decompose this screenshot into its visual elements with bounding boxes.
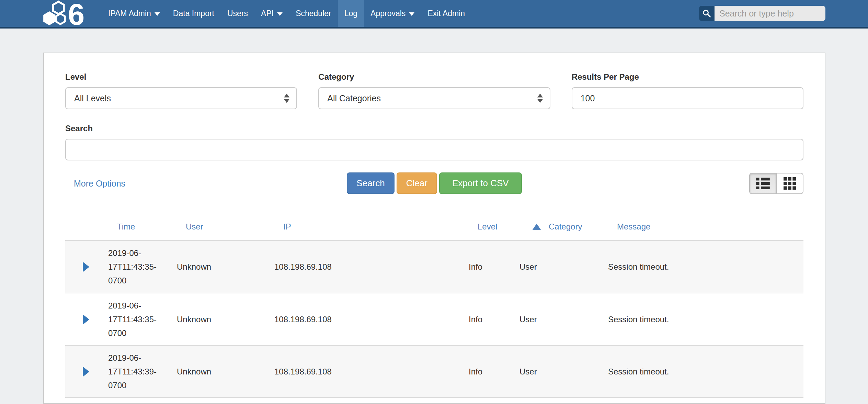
clear-button[interactable]: Clear [397,172,437,194]
cell-user: Unknown [175,365,272,379]
table-row: 2019-06-17T11:43:39-0700 Unknown 108.198… [65,345,803,398]
cell-ip: 108.198.69.108 [272,313,467,326]
cell-time: 2019-06-17T11:43:35-0700 [106,246,175,288]
caret-down-icon [277,12,283,16]
cell-category: User [517,313,606,326]
list-view-button[interactable] [749,173,776,194]
view-toggle [749,173,803,194]
expand-row-icon[interactable] [83,367,89,377]
cell-ip: 108.198.69.108 [272,365,467,379]
list-view-icon [756,177,770,189]
export-csv-button[interactable]: Export to CSV [439,172,522,194]
cell-user: Unknown [175,260,272,274]
cell-message: Session timeout. [606,260,803,274]
results-per-page-field: Results Per Page [572,72,803,109]
search-button[interactable]: Search [347,172,394,194]
sort-ascending-icon [532,224,541,230]
cell-message: Session timeout. [606,365,803,379]
main-navigation: IPAM Admin Data Import Users API Schedul… [102,0,471,27]
nav-item-data-import[interactable]: Data Import [167,0,221,27]
filter-bar: Level All Levels Category All Categories… [65,72,803,109]
cell-level: Info [467,365,517,379]
search-icon-box[interactable] [699,6,715,21]
cell-level: Info [467,260,517,274]
select-updown-icon [537,94,543,103]
nav-item-approvals[interactable]: Approvals [364,0,421,27]
global-search-input[interactable] [715,6,825,21]
cell-level: Info [467,313,517,326]
search-icon [702,9,711,18]
log-panel: Level All Levels Category All Categories… [43,53,825,404]
table-header-row: Time User IP Level Category Message [65,213,803,240]
top-navbar: 6 IPAM Admin Data Import Users API Sched… [0,0,868,29]
column-header-user[interactable]: User [175,222,272,232]
column-header-level[interactable]: Level [467,222,517,232]
app-logo[interactable]: 6 [41,0,93,27]
grid-view-icon [784,177,796,190]
svg-text:6: 6 [68,0,85,27]
category-label: Category [318,72,550,82]
table-row: 2019-06-17T11:43:35-0700 Unknown 108.198… [65,240,803,293]
caret-down-icon [409,12,414,16]
results-per-page-label: Results Per Page [572,72,803,82]
log-table: Time User IP Level Category Message 2019… [65,213,803,398]
category-select[interactable]: All Categories [318,87,550,109]
grid-view-button[interactable] [776,173,803,194]
cell-message: Session timeout. [606,313,803,326]
caret-down-icon [155,12,160,16]
expand-row-icon[interactable] [83,262,89,272]
nav-item-ipam-admin[interactable]: IPAM Admin [102,0,167,27]
cell-category: User [517,260,606,274]
level-select[interactable]: All Levels [65,87,297,109]
cell-ip: 108.198.69.108 [272,260,467,274]
nav-item-api[interactable]: API [254,0,289,27]
action-buttons: Search Clear Export to CSV [347,172,522,194]
cell-user: Unknown [175,313,272,326]
level-label: Level [65,72,297,82]
results-per-page-input[interactable] [572,87,803,109]
hexagons-6-logo-icon: 6 [41,0,93,27]
table-row: 2019-06-17T11:43:35-0700 Unknown 108.198… [65,293,803,345]
actions-row: More Options Search Clear Export to CSV [65,172,803,194]
column-header-category[interactable]: Category [517,222,606,232]
nav-item-scheduler[interactable]: Scheduler [289,0,338,27]
select-updown-icon [284,94,289,103]
expand-row-icon[interactable] [83,314,89,325]
more-options-link[interactable]: More Options [74,178,125,188]
level-field: Level All Levels [65,72,297,109]
column-header-ip[interactable]: IP [272,222,467,232]
search-label: Search [65,124,803,133]
nav-item-log[interactable]: Log [338,0,364,27]
cell-time: 2019-06-17T11:43:35-0700 [106,299,175,340]
column-header-time[interactable]: Time [106,222,175,232]
global-search [699,6,825,21]
category-field: Category All Categories [318,72,550,109]
log-search-input[interactable] [65,139,803,160]
nav-item-exit-admin[interactable]: Exit Admin [421,0,471,27]
cell-category: User [517,365,606,379]
search-field: Search [65,124,803,160]
column-header-message[interactable]: Message [606,222,803,232]
cell-time: 2019-06-17T11:43:39-0700 [106,351,175,392]
nav-item-users[interactable]: Users [221,0,254,27]
